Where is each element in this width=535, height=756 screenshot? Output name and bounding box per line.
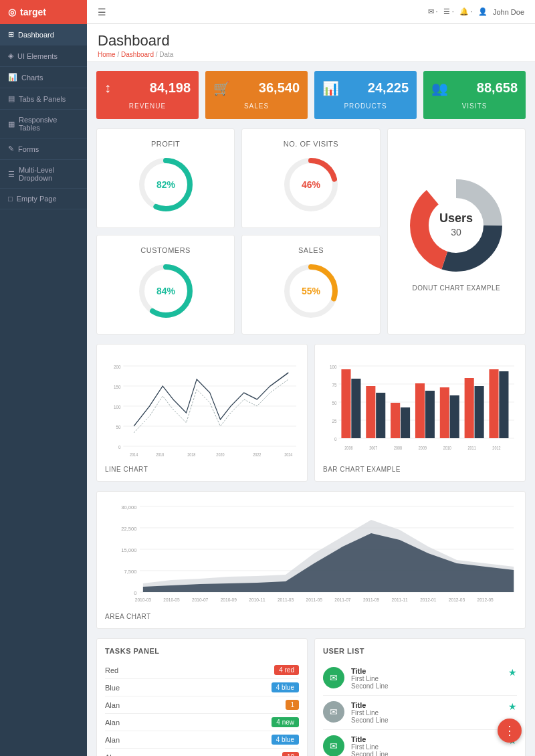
task-badge-2: 1 — [286, 700, 299, 710]
sidebar-item-forms[interactable]: ✎ Forms — [0, 138, 87, 160]
page-header: Dashboard Home / Dashboard / Data — [87, 24, 535, 62]
line-chart-box: 200 150 100 50 0 2014 2016 2018 2020 202… — [96, 344, 308, 482]
user-line1-1: First Line — [351, 709, 502, 717]
svg-text:Users: Users — [439, 211, 473, 225]
svg-text:200: 200 — [114, 364, 120, 370]
line-chart-title: LINE CHART — [105, 466, 299, 473]
user-star-0[interactable]: ★ — [508, 667, 517, 678]
svg-text:2010-11: 2010-11 — [249, 597, 265, 602]
stat-card-visits: 👥 88,658 VISITS — [423, 71, 526, 119]
breadcrumb-home[interactable]: Home — [98, 51, 116, 58]
svg-rect-55 — [489, 369, 498, 438]
products-label: PRODUCTS — [322, 102, 409, 110]
profit-circle: 82% — [136, 155, 196, 215]
sidebar-item-tables[interactable]: ▦ Responsive Tables — [0, 110, 87, 138]
task-badge-4: 4 blue — [272, 735, 299, 745]
page-title: Dashboard — [98, 32, 524, 50]
sidebar-item-dropdown[interactable]: ☰ Multi-Level Dropdown — [0, 160, 87, 189]
svg-text:2008: 2008 — [394, 445, 403, 450]
bell-icon[interactable]: 🔔 · — [459, 7, 473, 16]
visits-chart: NO. OF VISITS 46% — [241, 128, 380, 228]
tables-icon: ▦ — [8, 120, 15, 128]
sidebar-item-dashboard[interactable]: ⊞ Dashboard — [0, 24, 87, 45]
hamburger-button[interactable]: ☰ — [98, 7, 106, 17]
svg-text:2011: 2011 — [468, 445, 477, 450]
task-row-0: Red 4 red — [105, 662, 299, 679]
dropdown-icon: ☰ — [8, 170, 15, 179]
stat-card-products: 📊 24,225 PRODUCTS — [314, 71, 417, 119]
svg-text:2010: 2010 — [443, 445, 452, 450]
task-label-2: Alan — [105, 701, 120, 709]
donut-svg: Users 30 — [403, 172, 510, 279]
visits-title: NO. OF VISITS — [253, 140, 368, 148]
dashboard-content: ↕ 84,198 REVENUE 🛒 36,540 SALES 📊 24,225… — [87, 62, 535, 756]
svg-rect-56 — [499, 371, 508, 438]
user-line1-2: First Line — [351, 743, 502, 751]
svg-rect-50 — [425, 391, 435, 438]
svg-text:22,500: 22,500 — [121, 526, 137, 532]
customers-chart: CUSTOMERS 84% — [96, 235, 235, 335]
user-avatar-2: ✉ — [323, 735, 344, 756]
user-line2-0: Second Line — [351, 682, 502, 690]
sidebar-item-charts[interactable]: 📊 Charts — [0, 67, 87, 88]
user-info-0: Title First Line Second Line — [351, 667, 502, 690]
topbar: ☰ ✉ · ☰ · 🔔 · 👤 John Doe — [87, 0, 535, 24]
svg-rect-54 — [475, 386, 484, 438]
task-row-1: Blue 4 blue — [105, 679, 299, 696]
mail-icon[interactable]: ✉ · — [428, 7, 438, 16]
tasks-panel: TASKS PANEL Red 4 red Blue 4 blue Alan 1… — [96, 638, 308, 756]
svg-text:84%: 84% — [156, 286, 176, 296]
charts-icon: 📊 — [8, 73, 17, 82]
task-badge-5: 10 — [282, 752, 299, 756]
menu-icon[interactable]: ☰ · — [443, 7, 454, 16]
visits-value: 88,658 — [477, 80, 518, 96]
svg-rect-49 — [415, 383, 425, 438]
products-icon: 📊 — [322, 80, 339, 96]
svg-text:2012-03: 2012-03 — [449, 597, 465, 602]
profit-chart: PROFIT 82% — [96, 128, 235, 228]
svg-text:2014: 2014 — [130, 452, 138, 457]
sidebar-item-empty[interactable]: □ Empty Page — [0, 189, 87, 209]
fab-button[interactable]: ⋮ — [498, 719, 522, 743]
profit-title: PROFIT — [108, 140, 223, 148]
user-item-2: ✉ Title First Line Second Line ★ — [323, 730, 517, 756]
svg-text:50: 50 — [116, 424, 121, 430]
svg-text:2012-05: 2012-05 — [477, 597, 493, 602]
svg-rect-44 — [351, 379, 360, 438]
area-chart-title: AREA CHART — [105, 613, 517, 620]
bar-chart-svg: 100 75 50 25 0 — [323, 353, 517, 460]
task-label-4: Alan — [105, 736, 120, 744]
sidebar-item-tabs[interactable]: ▤ Tabs & Panels — [0, 88, 87, 110]
svg-text:100: 100 — [330, 364, 336, 370]
logo-icon: ◎ — [8, 7, 16, 17]
breadcrumb: Home / Dashboard / Data — [98, 51, 524, 58]
user-star-1[interactable]: ★ — [508, 701, 517, 712]
svg-text:2010-05: 2010-05 — [163, 597, 179, 602]
svg-text:25: 25 — [332, 418, 336, 424]
svg-text:30,000: 30,000 — [121, 504, 137, 510]
svg-text:0: 0 — [118, 444, 120, 450]
user-avatar-0: ✉ — [323, 667, 344, 688]
circle-charts: PROFIT 82% NO. OF VISITS 46% — [96, 128, 381, 335]
svg-text:2010-09: 2010-09 — [221, 597, 237, 602]
logo-text: target — [20, 7, 46, 17]
sidebar-item-ui-elements[interactable]: ◈ UI Elements — [0, 45, 87, 67]
line-chart-svg: 200 150 100 50 0 2014 2016 2018 2020 202… — [105, 353, 299, 460]
user-line2-1: Second Line — [351, 717, 502, 724]
sidebar: ◎ target ⊞ Dashboard ◈ UI Elements 📊 Cha… — [0, 0, 87, 756]
sales-circle-title: SALES — [253, 246, 368, 254]
sales-circle-chart: SALES 55% — [241, 235, 380, 335]
breadcrumb-dashboard[interactable]: Dashboard — [121, 51, 154, 58]
logo[interactable]: ◎ target — [0, 0, 87, 24]
revenue-icon: ↕ — [104, 80, 111, 96]
sales-circle: 55% — [281, 261, 341, 321]
user-line1-0: First Line — [351, 675, 502, 682]
svg-text:2010-03: 2010-03 — [135, 597, 151, 602]
svg-text:2011-05: 2011-05 — [306, 597, 322, 602]
donut-chart-box: Users 30 DONUT CHART EXAMPLE — [387, 128, 526, 335]
svg-text:2006: 2006 — [344, 445, 353, 450]
revenue-value: 84,198 — [150, 80, 191, 96]
user-item-1: ✉ Title First Line Second Line ★ — [323, 696, 517, 730]
ui-icon: ◈ — [8, 52, 13, 60]
svg-text:2007: 2007 — [369, 445, 378, 450]
